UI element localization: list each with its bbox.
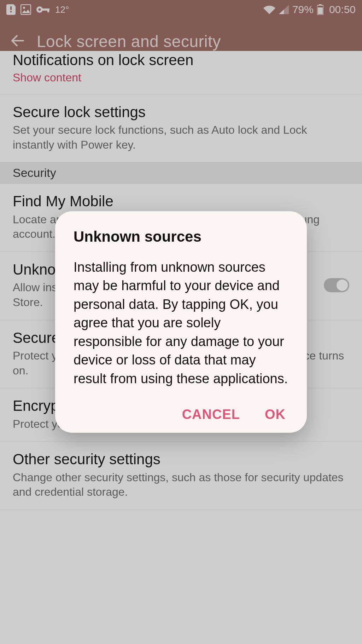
dialog-actions: CANCEL OK — [74, 407, 288, 422]
cancel-button[interactable]: CANCEL — [182, 407, 240, 422]
dialog-title: Unknown sources — [74, 228, 288, 245]
dialog-wrap: Unknown sources Installing from unknown … — [0, 0, 362, 644]
dialog-unknown-sources: Unknown sources Installing from unknown … — [55, 211, 307, 433]
dialog-body: Installing from unknown sources may be h… — [74, 258, 288, 388]
ok-button[interactable]: OK — [265, 407, 286, 422]
